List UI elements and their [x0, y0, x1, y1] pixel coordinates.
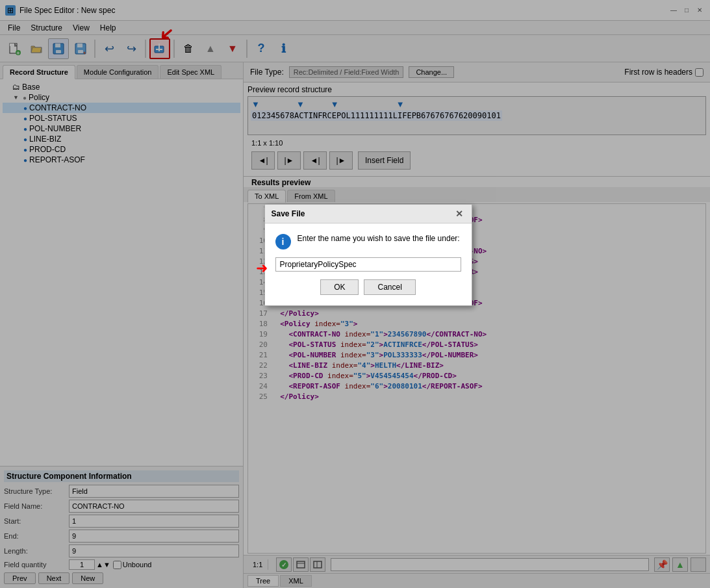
- modal-titlebar: Save File ✕: [265, 205, 472, 224]
- modal-ok-button[interactable]: OK: [320, 279, 359, 295]
- modal-title: Save File: [272, 209, 305, 218]
- modal-info-icon: i: [275, 234, 291, 249]
- modal-filename-input[interactable]: [275, 257, 461, 272]
- modal-input-wrapper: ➜: [275, 257, 461, 279]
- modal-body: i Enter the name you wish to save the fi…: [265, 224, 472, 305]
- modal-buttons: OK Cancel: [275, 279, 461, 295]
- modal-cancel-button[interactable]: Cancel: [364, 279, 415, 295]
- modal-message-text: Enter the name you wish to save the file…: [298, 234, 460, 243]
- save-file-dialog: Save File ✕ i Enter the name you wish to…: [264, 204, 472, 306]
- modal-overlay: Save File ✕ i Enter the name you wish to…: [0, 0, 710, 588]
- modal-message: i Enter the name you wish to save the fi…: [275, 234, 461, 249]
- modal-arrow: ➜: [256, 260, 268, 277]
- modal-close-button[interactable]: ✕: [453, 208, 465, 220]
